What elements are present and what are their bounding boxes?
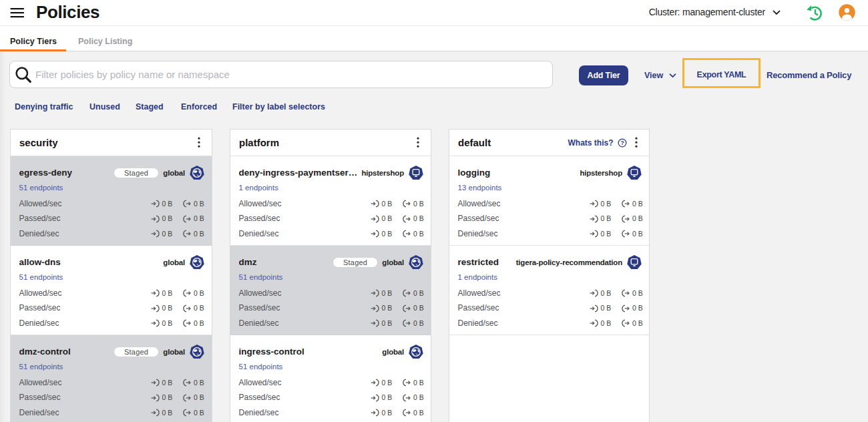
svg-text:?: ? <box>620 140 624 146</box>
